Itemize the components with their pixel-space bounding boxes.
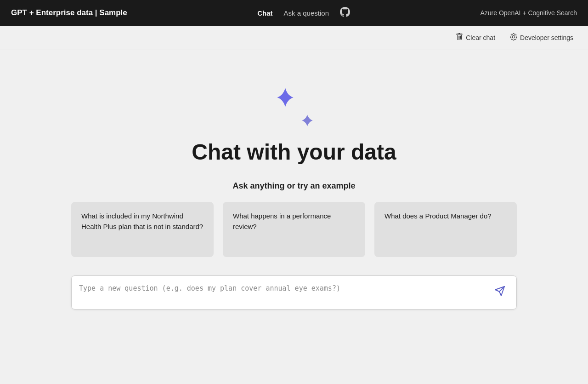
example-card-3[interactable]: What does a Product Manager do? — [374, 202, 517, 257]
azure-label: Azure OpenAI + Cognitive Search — [480, 9, 577, 17]
example-cards-container: What is included in my Northwind Health … — [71, 202, 517, 257]
main-content: Chat with your data Ask anything or try … — [0, 50, 588, 309]
example-card-1[interactable]: What is included in my Northwind Health … — [71, 202, 214, 257]
send-icon — [494, 286, 505, 299]
navbar-left: GPT + Enterprise data | Sample — [11, 8, 127, 17]
navbar: GPT + Enterprise data | Sample Chat Ask … — [0, 0, 588, 26]
chat-input[interactable] — [79, 283, 491, 302]
developer-settings-button[interactable]: Developer settings — [506, 31, 577, 44]
chat-input-wrapper — [71, 275, 517, 309]
send-button[interactable] — [491, 284, 509, 301]
toolbar: Clear chat Developer settings — [0, 26, 588, 50]
main-heading: Chat with your data — [192, 139, 396, 165]
sub-heading: Ask anything or try an example — [232, 181, 355, 191]
gear-icon — [510, 33, 517, 42]
developer-settings-label: Developer settings — [520, 34, 573, 41]
nav-ask-question[interactable]: Ask a question — [284, 9, 329, 17]
example-card-2[interactable]: What happens in a performance review? — [223, 202, 365, 257]
navbar-center: Chat Ask a question — [257, 7, 350, 19]
navbar-brand: GPT + Enterprise data | Sample — [11, 8, 127, 17]
clear-chat-button[interactable]: Clear chat — [452, 31, 499, 44]
trash-icon — [456, 33, 463, 42]
clear-chat-label: Clear chat — [466, 34, 495, 41]
nav-chat[interactable]: Chat — [257, 9, 272, 17]
navbar-right: Azure OpenAI + Cognitive Search — [480, 9, 577, 17]
sparkle-icon — [273, 87, 315, 128]
github-icon[interactable] — [340, 7, 350, 19]
